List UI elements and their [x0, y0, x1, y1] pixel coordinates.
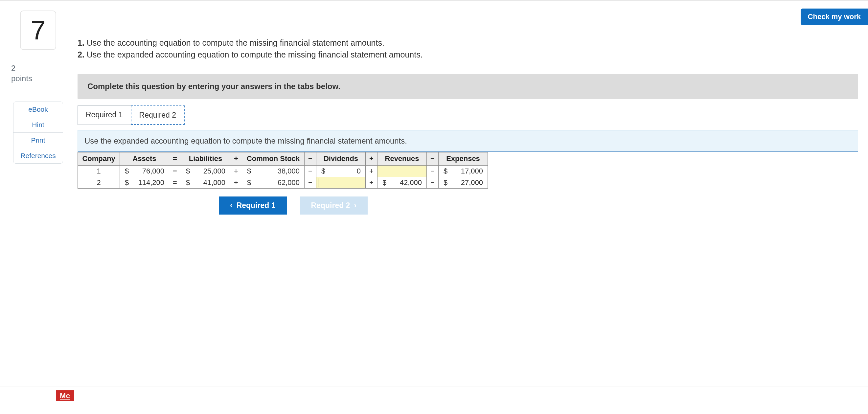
- tab-subprompt: Use the expanded accounting equation to …: [78, 130, 858, 152]
- sidebar-links: eBook Hint Print References: [13, 101, 63, 164]
- cell-company: 1: [78, 165, 120, 177]
- op-cell: +: [230, 165, 242, 177]
- cell-dividends[interactable]: $0: [316, 165, 366, 177]
- sidebar-link-print[interactable]: Print: [13, 133, 63, 148]
- th-minus: −: [305, 152, 316, 165]
- instruction-number: 2.: [78, 50, 85, 59]
- currency-symbol: $: [122, 179, 132, 187]
- answers-table: Company Assets = Liabilities + Common St…: [78, 152, 488, 189]
- points-value: 2: [11, 63, 32, 73]
- table-row: 2$114,200=$41,000+$62,000−+$42,000−$27,0…: [78, 177, 488, 188]
- op-cell: +: [366, 165, 377, 177]
- chevron-left-icon: ‹: [230, 201, 232, 210]
- cell-common_stock[interactable]: $62,000: [242, 177, 305, 188]
- points-label: points: [11, 73, 32, 84]
- currency-symbol: $: [244, 179, 254, 187]
- cell-value: 114,200: [134, 179, 167, 187]
- cell-value: 25,000: [195, 167, 228, 176]
- cell-value: 62,000: [256, 179, 302, 187]
- th-revenues: Revenues: [377, 152, 427, 165]
- tab-instruction-bar: Complete this question by entering your …: [78, 74, 858, 99]
- cell-revenues[interactable]: [377, 165, 427, 177]
- currency-symbol: $: [122, 167, 132, 176]
- sidebar-link-hint[interactable]: Hint: [13, 117, 63, 133]
- points-block: 2 points: [11, 63, 32, 84]
- cell-expenses[interactable]: $17,000: [439, 165, 488, 177]
- op-cell: −: [305, 165, 316, 177]
- th-plus: +: [230, 152, 242, 165]
- cell-common_stock[interactable]: $38,000: [242, 165, 305, 177]
- op-cell: =: [169, 177, 181, 188]
- op-cell: +: [366, 177, 377, 188]
- th-common-stock: Common Stock: [242, 152, 305, 165]
- next-tab-button: Required 2 ›: [300, 196, 368, 215]
- chevron-right-icon: ›: [354, 201, 356, 210]
- op-cell: −: [427, 165, 439, 177]
- next-tab-label: Required 2: [311, 201, 350, 210]
- cell-value: 27,000: [453, 179, 486, 187]
- cell-value: 76,000: [134, 167, 167, 176]
- cell-company: 2: [78, 177, 120, 188]
- tab-nav-buttons: ‹ Required 1 Required 2 ›: [219, 196, 858, 215]
- op-cell: +: [230, 177, 242, 188]
- question-instructions: 1. Use the accounting equation to comput…: [78, 37, 858, 61]
- check-my-work-button[interactable]: Check my work: [801, 8, 868, 25]
- divider: [0, 386, 868, 386]
- instruction-text: Use the accounting equation to compute t…: [87, 38, 384, 47]
- cell-value: 42,000: [391, 179, 425, 187]
- th-assets: Assets: [120, 152, 169, 165]
- cell-assets[interactable]: $114,200: [120, 177, 169, 188]
- cell-revenues[interactable]: $42,000: [377, 177, 427, 188]
- prev-tab-label: Required 1: [237, 201, 276, 210]
- sidebar-link-references[interactable]: References: [13, 148, 63, 163]
- currency-symbol: $: [183, 167, 193, 176]
- prev-tab-button[interactable]: ‹ Required 1: [219, 196, 287, 215]
- cell-dividends[interactable]: [316, 177, 366, 188]
- currency-symbol: $: [441, 179, 451, 187]
- publisher-badge: Mc: [56, 390, 74, 401]
- cell-liabilities[interactable]: $25,000: [181, 165, 230, 177]
- currency-symbol: $: [379, 179, 389, 187]
- currency-symbol: $: [244, 167, 254, 176]
- op-cell: =: [169, 165, 181, 177]
- op-cell: −: [305, 177, 316, 188]
- main-content: 1. Use the accounting equation to comput…: [78, 10, 858, 215]
- th-minus: −: [427, 152, 439, 165]
- tab-required-2[interactable]: Required 2: [131, 105, 185, 125]
- cell-expenses[interactable]: $27,000: [439, 177, 488, 188]
- tab-row: Required 1 Required 2: [78, 105, 858, 125]
- tab-required-1[interactable]: Required 1: [78, 105, 131, 125]
- left-sidebar: 7 2 points eBook Hint Print References: [10, 10, 66, 215]
- currency-symbol: $: [318, 167, 328, 176]
- th-plus: +: [366, 152, 377, 165]
- currency-symbol: $: [441, 167, 451, 176]
- currency-symbol: $: [183, 179, 193, 187]
- cell-value: 38,000: [256, 167, 302, 176]
- question-number-card: 7: [20, 10, 56, 50]
- table-row: 1$76,000=$25,000+$38,000−$0+−$17,000: [78, 165, 488, 177]
- instruction-number: 1.: [78, 38, 85, 47]
- th-dividends: Dividends: [316, 152, 366, 165]
- sidebar-link-ebook[interactable]: eBook: [13, 102, 63, 117]
- table-header-row: Company Assets = Liabilities + Common St…: [78, 152, 488, 165]
- op-cell: −: [427, 177, 439, 188]
- cell-assets[interactable]: $76,000: [120, 165, 169, 177]
- th-liabilities: Liabilities: [181, 152, 230, 165]
- instruction-text: Use the expanded accounting equation to …: [87, 50, 423, 59]
- cell-value: 0: [330, 167, 363, 176]
- th-eq: =: [169, 152, 181, 165]
- cell-liabilities[interactable]: $41,000: [181, 177, 230, 188]
- cell-value: 41,000: [195, 179, 228, 187]
- cell-value: 17,000: [453, 167, 486, 176]
- th-company: Company: [78, 152, 120, 165]
- th-expenses: Expenses: [439, 152, 488, 165]
